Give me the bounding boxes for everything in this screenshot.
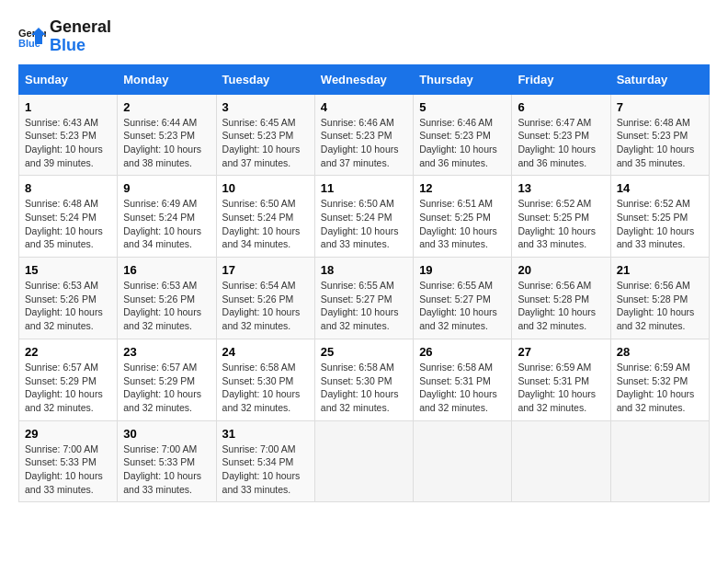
day-number: 19	[419, 263, 506, 277]
calendar-cell: 20Sunrise: 6:56 AM Sunset: 5:28 PM Dayli…	[512, 258, 610, 339]
day-info: Sunrise: 6:44 AM Sunset: 5:23 PM Dayligh…	[123, 116, 210, 170]
calendar-cell: 11Sunrise: 6:50 AM Sunset: 5:24 PM Dayli…	[314, 176, 413, 258]
header-day-wednesday: Wednesday	[314, 64, 413, 94]
day-info: Sunrise: 7:00 AM Sunset: 5:33 PM Dayligh…	[25, 442, 111, 497]
day-number: 21	[617, 263, 703, 277]
calendar-cell: 3Sunrise: 6:45 AM Sunset: 5:23 PM Daylig…	[216, 94, 314, 176]
header-day-thursday: Thursday	[414, 64, 512, 94]
calendar-cell	[314, 420, 413, 502]
day-info: Sunrise: 6:47 AM Sunset: 5:23 PM Dayligh…	[518, 116, 604, 170]
calendar-header: SundayMondayTuesdayWednesdayThursdayFrid…	[19, 64, 710, 94]
calendar-cell: 13Sunrise: 6:52 AM Sunset: 5:25 PM Dayli…	[512, 176, 610, 258]
calendar-cell: 25Sunrise: 6:58 AM Sunset: 5:30 PM Dayli…	[314, 339, 413, 420]
calendar-cell: 1Sunrise: 6:43 AM Sunset: 5:23 PM Daylig…	[19, 94, 118, 176]
day-info: Sunrise: 6:51 AM Sunset: 5:25 PM Dayligh…	[419, 197, 506, 251]
calendar-cell: 12Sunrise: 6:51 AM Sunset: 5:25 PM Dayli…	[414, 176, 512, 258]
day-number: 30	[123, 427, 210, 441]
day-info: Sunrise: 6:59 AM Sunset: 5:31 PM Dayligh…	[518, 361, 604, 415]
day-info: Sunrise: 6:52 AM Sunset: 5:25 PM Dayligh…	[518, 197, 604, 251]
day-info: Sunrise: 6:59 AM Sunset: 5:32 PM Dayligh…	[617, 361, 703, 415]
calendar-cell: 15Sunrise: 6:53 AM Sunset: 5:26 PM Dayli…	[19, 258, 118, 339]
day-info: Sunrise: 6:48 AM Sunset: 5:23 PM Dayligh…	[617, 116, 703, 170]
day-number: 18	[321, 263, 407, 277]
calendar-cell: 19Sunrise: 6:55 AM Sunset: 5:27 PM Dayli…	[414, 258, 512, 339]
day-number: 11	[321, 181, 407, 195]
calendar-cell: 28Sunrise: 6:59 AM Sunset: 5:32 PM Dayli…	[610, 339, 709, 420]
week-row-3: 15Sunrise: 6:53 AM Sunset: 5:26 PM Dayli…	[19, 258, 710, 339]
header: General Blue General Blue	[18, 18, 710, 55]
day-number: 5	[419, 100, 506, 114]
logo-text: General Blue	[50, 18, 111, 55]
calendar-cell	[414, 420, 512, 502]
header-day-monday: Monday	[118, 64, 216, 94]
calendar-cell: 29Sunrise: 7:00 AM Sunset: 5:33 PM Dayli…	[19, 420, 118, 502]
day-info: Sunrise: 6:53 AM Sunset: 5:26 PM Dayligh…	[25, 279, 111, 333]
week-row-4: 22Sunrise: 6:57 AM Sunset: 5:29 PM Dayli…	[19, 339, 710, 420]
day-info: Sunrise: 6:56 AM Sunset: 5:28 PM Dayligh…	[518, 279, 604, 333]
day-info: Sunrise: 6:57 AM Sunset: 5:29 PM Dayligh…	[25, 361, 111, 415]
header-day-saturday: Saturday	[610, 64, 709, 94]
header-day-friday: Friday	[512, 64, 610, 94]
day-info: Sunrise: 6:43 AM Sunset: 5:23 PM Dayligh…	[25, 116, 111, 170]
day-number: 6	[518, 100, 604, 114]
day-number: 4	[321, 100, 407, 114]
week-row-2: 8Sunrise: 6:48 AM Sunset: 5:24 PM Daylig…	[19, 176, 710, 258]
day-info: Sunrise: 7:00 AM Sunset: 5:34 PM Dayligh…	[222, 442, 309, 497]
day-number: 1	[25, 100, 111, 114]
day-number: 9	[123, 181, 210, 195]
calendar-cell: 16Sunrise: 6:53 AM Sunset: 5:26 PM Dayli…	[118, 258, 216, 339]
calendar-cell: 22Sunrise: 6:57 AM Sunset: 5:29 PM Dayli…	[19, 339, 118, 420]
day-number: 15	[25, 263, 111, 277]
calendar-cell: 30Sunrise: 7:00 AM Sunset: 5:33 PM Dayli…	[118, 420, 216, 502]
day-number: 12	[419, 181, 506, 195]
day-number: 17	[222, 263, 309, 277]
day-number: 31	[222, 427, 309, 441]
calendar-cell: 31Sunrise: 7:00 AM Sunset: 5:34 PM Dayli…	[216, 420, 314, 502]
calendar-cell: 14Sunrise: 6:52 AM Sunset: 5:25 PM Dayli…	[610, 176, 709, 258]
calendar-cell: 26Sunrise: 6:58 AM Sunset: 5:31 PM Dayli…	[414, 339, 512, 420]
day-number: 24	[222, 345, 309, 359]
calendar-cell	[610, 420, 709, 502]
calendar-cell: 18Sunrise: 6:55 AM Sunset: 5:27 PM Dayli…	[314, 258, 413, 339]
day-info: Sunrise: 6:45 AM Sunset: 5:23 PM Dayligh…	[222, 116, 309, 170]
day-number: 3	[222, 100, 309, 114]
calendar-cell: 10Sunrise: 6:50 AM Sunset: 5:24 PM Dayli…	[216, 176, 314, 258]
day-info: Sunrise: 6:58 AM Sunset: 5:30 PM Dayligh…	[222, 361, 309, 415]
day-number: 13	[518, 181, 604, 195]
day-info: Sunrise: 6:58 AM Sunset: 5:31 PM Dayligh…	[419, 361, 506, 415]
day-info: Sunrise: 6:57 AM Sunset: 5:29 PM Dayligh…	[123, 361, 210, 415]
day-number: 20	[518, 263, 604, 277]
day-info: Sunrise: 6:53 AM Sunset: 5:26 PM Dayligh…	[123, 279, 210, 333]
header-day-tuesday: Tuesday	[216, 64, 314, 94]
day-info: Sunrise: 6:56 AM Sunset: 5:28 PM Dayligh…	[617, 279, 703, 333]
week-row-1: 1Sunrise: 6:43 AM Sunset: 5:23 PM Daylig…	[19, 94, 710, 176]
day-info: Sunrise: 6:46 AM Sunset: 5:23 PM Dayligh…	[321, 116, 407, 170]
calendar-cell: 4Sunrise: 6:46 AM Sunset: 5:23 PM Daylig…	[314, 94, 413, 176]
day-info: Sunrise: 6:55 AM Sunset: 5:27 PM Dayligh…	[419, 279, 506, 333]
calendar-body: 1Sunrise: 6:43 AM Sunset: 5:23 PM Daylig…	[19, 94, 710, 502]
day-number: 23	[123, 345, 210, 359]
day-info: Sunrise: 6:55 AM Sunset: 5:27 PM Dayligh…	[321, 279, 407, 333]
day-number: 8	[25, 181, 111, 195]
day-number: 10	[222, 181, 309, 195]
calendar-cell: 5Sunrise: 6:46 AM Sunset: 5:23 PM Daylig…	[414, 94, 512, 176]
calendar-cell: 17Sunrise: 6:54 AM Sunset: 5:26 PM Dayli…	[216, 258, 314, 339]
day-number: 22	[25, 345, 111, 359]
day-info: Sunrise: 6:58 AM Sunset: 5:30 PM Dayligh…	[321, 361, 407, 415]
calendar-cell	[512, 420, 610, 502]
header-day-sunday: Sunday	[19, 64, 118, 94]
calendar-cell: 27Sunrise: 6:59 AM Sunset: 5:31 PM Dayli…	[512, 339, 610, 420]
day-number: 16	[123, 263, 210, 277]
calendar-cell: 8Sunrise: 6:48 AM Sunset: 5:24 PM Daylig…	[19, 176, 118, 258]
calendar-table: SundayMondayTuesdayWednesdayThursdayFrid…	[18, 64, 710, 503]
day-number: 2	[123, 100, 210, 114]
calendar-cell: 2Sunrise: 6:44 AM Sunset: 5:23 PM Daylig…	[118, 94, 216, 176]
day-number: 25	[321, 345, 407, 359]
day-info: Sunrise: 6:46 AM Sunset: 5:23 PM Dayligh…	[419, 116, 506, 170]
logo-icon: General Blue	[18, 26, 46, 48]
calendar-cell: 21Sunrise: 6:56 AM Sunset: 5:28 PM Dayli…	[610, 258, 709, 339]
day-number: 27	[518, 345, 604, 359]
calendar-cell: 24Sunrise: 6:58 AM Sunset: 5:30 PM Dayli…	[216, 339, 314, 420]
calendar-cell: 9Sunrise: 6:49 AM Sunset: 5:24 PM Daylig…	[118, 176, 216, 258]
calendar-cell: 23Sunrise: 6:57 AM Sunset: 5:29 PM Dayli…	[118, 339, 216, 420]
